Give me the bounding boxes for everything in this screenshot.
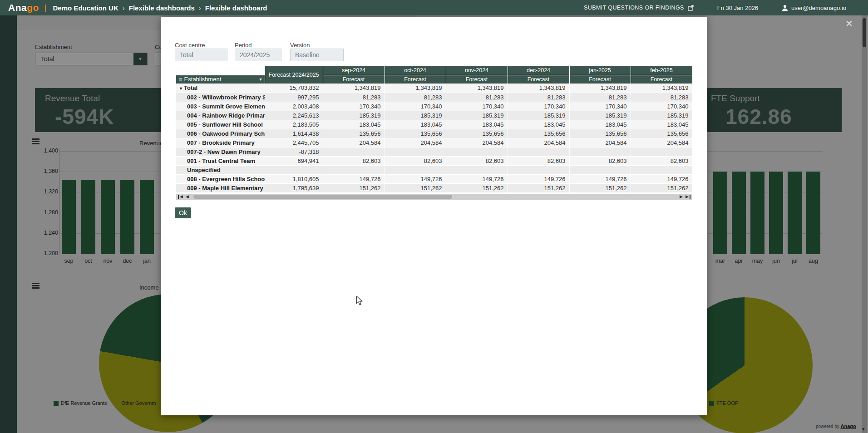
month-value-cell: 82,603 bbox=[631, 156, 692, 165]
month-value-cell: 149,726 bbox=[385, 174, 446, 183]
table-row: Unspecified bbox=[176, 165, 692, 174]
measure-subheader: Forecast bbox=[446, 75, 508, 84]
breadcrumb-item-company[interactable]: Demo Education UK bbox=[53, 4, 118, 12]
establishment-cell: 007-2 - New Dawn Primary bbox=[176, 147, 265, 156]
header-date: Fri 30 Jan 2026 bbox=[717, 5, 758, 11]
annual-value-cell: 1,614,438 bbox=[265, 129, 323, 138]
table-row: ▾Total15,703,8321,343,8191,343,8191,343,… bbox=[176, 84, 692, 93]
month-value-cell bbox=[446, 165, 508, 174]
annual-value-cell: 2,003,408 bbox=[265, 102, 323, 111]
month-value-cell bbox=[323, 165, 385, 174]
month-column-header: jan-2025 bbox=[569, 66, 631, 75]
measure-subheader: Forecast bbox=[631, 75, 692, 84]
modal-period-select[interactable]: 2024/2025 bbox=[235, 49, 281, 61]
annual-value-cell: 1,810,605 bbox=[265, 174, 323, 183]
month-value-cell bbox=[631, 165, 692, 174]
modal-costcentre-label: Cost centre bbox=[175, 42, 205, 49]
anago-logo[interactable]: Anago bbox=[8, 2, 39, 13]
horizontal-scrollbar-thumb[interactable] bbox=[193, 195, 452, 199]
scroll-last-icon[interactable]: ▶ bbox=[686, 194, 689, 199]
month-value-cell: 149,726 bbox=[569, 174, 631, 183]
scroll-first-icon[interactable]: ◀ bbox=[180, 194, 183, 199]
submit-questions-link[interactable]: SUBMIT QUESTIONS OR FINDINGS bbox=[584, 5, 694, 11]
month-value-cell: 170,340 bbox=[323, 102, 385, 111]
month-value-cell bbox=[508, 165, 569, 174]
establishment-cell: ▾Total bbox=[176, 84, 265, 93]
month-value-cell: 185,319 bbox=[385, 111, 446, 120]
mouse-cursor bbox=[355, 296, 364, 305]
establishment-cell: 009 - Maple Hill Elementary bbox=[176, 183, 265, 192]
app-header: Anago | Demo Education UK › Flexible das… bbox=[0, 0, 868, 15]
month-value-cell: 82,603 bbox=[323, 156, 385, 165]
modal-version-select[interactable]: Baseline bbox=[290, 49, 344, 61]
establishment-cell: 001 - Trust Central Team bbox=[176, 156, 265, 165]
month-value-cell: 185,319 bbox=[323, 111, 385, 120]
month-value-cell: 82,603 bbox=[569, 156, 631, 165]
annual-value-cell: 2,183,505 bbox=[265, 120, 323, 129]
scroll-left-icon[interactable]: ◀ bbox=[186, 194, 189, 199]
scroll-right-icon[interactable]: ▶ bbox=[680, 194, 683, 199]
horizontal-scrollbar[interactable]: ◀ ◀ ▶ ▶ bbox=[176, 194, 692, 200]
close-icon[interactable]: ✕ bbox=[845, 18, 853, 29]
month-value-cell: 183,045 bbox=[569, 120, 631, 129]
external-link-icon bbox=[688, 5, 694, 11]
month-value-cell: 204,584 bbox=[385, 138, 446, 147]
table-row: 002 - Willowbrook Primary S...997,29581,… bbox=[176, 93, 692, 102]
modal-costcentre-select[interactable]: Total bbox=[175, 49, 227, 61]
month-column-header: nov-2024 bbox=[446, 66, 508, 75]
month-value-cell: 81,283 bbox=[323, 93, 385, 102]
month-value-cell: 170,340 bbox=[508, 102, 569, 111]
month-value-cell: 81,283 bbox=[446, 93, 508, 102]
month-value-cell bbox=[385, 147, 446, 156]
month-value-cell bbox=[631, 147, 692, 156]
month-value-cell: 82,603 bbox=[446, 156, 508, 165]
establishment-cell: Unspecified bbox=[176, 165, 265, 174]
measure-subheader: Forecast bbox=[323, 75, 385, 84]
month-value-cell: 185,319 bbox=[446, 111, 508, 120]
table-subheader-row: ≡Establishment▾ForecastForecastForecastF… bbox=[176, 75, 692, 84]
establishment-cell: 006 - Oakwood Primary School bbox=[176, 129, 265, 138]
month-value-cell: 135,656 bbox=[385, 129, 446, 138]
establishment-header[interactable]: ≡Establishment▾ bbox=[176, 75, 265, 84]
establishment-cell: 008 - Evergreen Hills School bbox=[176, 174, 265, 183]
menu-icon[interactable]: ≡ bbox=[179, 76, 182, 82]
establishment-cell: 007 - Brookside Primary bbox=[176, 138, 265, 147]
month-value-cell: 1,343,819 bbox=[323, 84, 385, 93]
establishment-header-inner: ≡Establishment▾ bbox=[176, 76, 265, 83]
forecast-table: Forecast 2024/2025sep-2024oct-2024nov-20… bbox=[176, 66, 693, 193]
month-value-cell: 170,340 bbox=[631, 102, 692, 111]
logo-divider: | bbox=[44, 3, 47, 13]
month-value-cell: 1,343,819 bbox=[446, 84, 508, 93]
month-value-cell: 185,319 bbox=[569, 111, 631, 120]
month-value-cell: 183,045 bbox=[385, 120, 446, 129]
scroll-first-icon[interactable] bbox=[178, 195, 179, 199]
month-column-header: sep-2024 bbox=[323, 66, 385, 75]
month-value-cell: 204,584 bbox=[569, 138, 631, 147]
table-row: 007-2 - New Dawn Primary-87,318 bbox=[176, 147, 692, 156]
breadcrumb-separator: › bbox=[199, 4, 201, 12]
chevron-down-icon[interactable]: ▾ bbox=[259, 77, 261, 82]
month-value-cell bbox=[569, 147, 631, 156]
establishment-cell: 003 - Summit Grove Element... bbox=[176, 102, 265, 111]
user-menu[interactable]: user@demoanago.io bbox=[782, 5, 846, 11]
month-value-cell bbox=[508, 147, 569, 156]
month-value-cell: 1,343,819 bbox=[569, 84, 631, 93]
measure-subheader: Forecast bbox=[569, 75, 631, 84]
breadcrumb-item-section[interactable]: Flexible dashboards bbox=[129, 4, 195, 12]
blank-cell bbox=[176, 66, 265, 75]
table-header-row: Forecast 2024/2025sep-2024oct-2024nov-20… bbox=[176, 66, 692, 75]
table-row: 007 - Brookside Primary2,445,705204,5842… bbox=[176, 138, 692, 147]
collapse-toggle-icon[interactable]: ▾ bbox=[180, 86, 182, 91]
breadcrumb-item-page[interactable]: Flexible dashboard bbox=[205, 4, 267, 12]
ok-button[interactable]: Ok bbox=[175, 207, 191, 218]
month-column-header: feb-2025 bbox=[631, 66, 692, 75]
table-row: 009 - Maple Hill Elementary1,795,639151,… bbox=[176, 183, 692, 192]
month-value-cell: 1,343,819 bbox=[508, 84, 569, 93]
annual-value-cell: 1,795,639 bbox=[265, 183, 323, 192]
scroll-last-icon[interactable] bbox=[690, 195, 690, 199]
table-row: 001 - Trust Central Team694,94182,60382,… bbox=[176, 156, 692, 165]
month-value-cell: 135,656 bbox=[323, 129, 385, 138]
month-value-cell: 149,726 bbox=[631, 174, 692, 183]
month-column-header: oct-2024 bbox=[385, 66, 446, 75]
month-value-cell bbox=[446, 147, 508, 156]
